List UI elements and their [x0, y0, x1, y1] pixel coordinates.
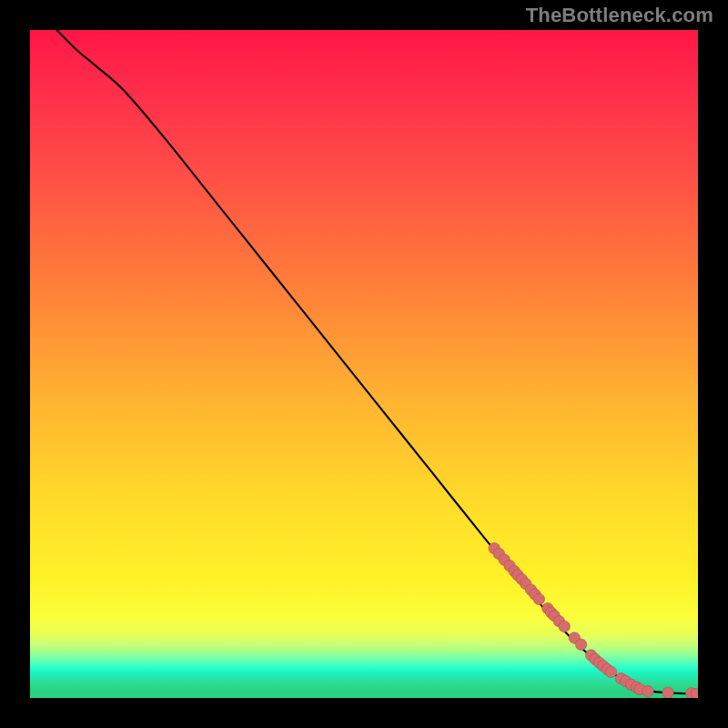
chart-frame: { "attribution": "TheBottleneck.com", "c…	[0, 0, 728, 728]
data-point	[533, 593, 544, 604]
chart-overlay	[30, 30, 698, 698]
scatter-markers	[489, 542, 698, 698]
data-point	[559, 621, 570, 632]
data-point	[605, 666, 616, 677]
data-point	[662, 687, 673, 698]
curve-line	[56, 30, 698, 694]
data-point	[575, 639, 586, 650]
attribution-label: TheBottleneck.com	[526, 4, 713, 27]
data-point	[642, 685, 653, 696]
plot-area	[30, 30, 698, 698]
